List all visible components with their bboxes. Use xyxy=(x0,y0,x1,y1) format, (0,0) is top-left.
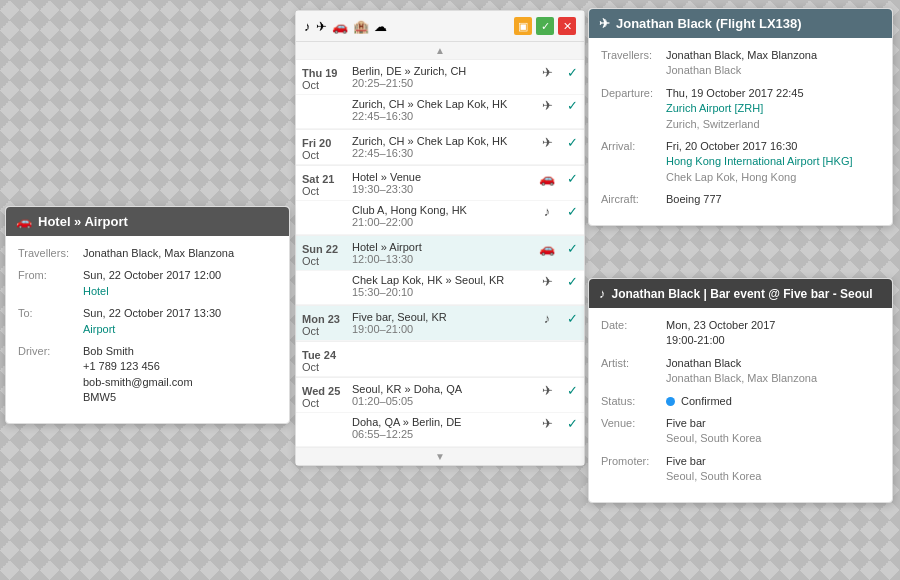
hotel-to-place: Airport xyxy=(83,323,115,335)
flight-departure-date: Thu, 19 October 2017 22:45 xyxy=(666,87,804,99)
sat21-entry2-row: Club A, Hong Kong, HK 21:00–22:00 ♪ ✓ xyxy=(296,201,584,235)
date-sat21: Sat 21 Oct xyxy=(302,171,352,197)
car-icon-sun22: 🚗 xyxy=(536,241,558,256)
flight-aircraft-label: Aircraft: xyxy=(601,192,666,207)
hotel-from-date: Sun, 22 October 2017 12:00 xyxy=(83,269,221,281)
close-button[interactable]: ✕ xyxy=(558,17,576,35)
calendar-day-tue24: Tue 24 Oct xyxy=(296,341,584,377)
flight-travellers-row: Travellers: Jonathan Black, Max Blanzona… xyxy=(601,48,880,79)
sun22-entry1: Hotel » Airport 12:00–13:30 xyxy=(352,241,536,265)
date-sun22: Sun 22 Oct xyxy=(302,241,352,267)
flight-icon-thu19-1: ✈ xyxy=(536,65,558,80)
hotel-to-label: To: xyxy=(18,306,83,337)
calendar-panel: ♪ ✈ 🚗 🏨 ☁ ▣ ✓ ✕ ▲ Thu 19 Oct Berlin, DE … xyxy=(295,10,585,466)
flight-departure-row: Departure: Thu, 19 October 2017 22:45 Zu… xyxy=(601,86,880,132)
flight-travellers-sub: Jonathan Black xyxy=(666,64,741,76)
flight-icon-sun22: ✈ xyxy=(536,274,558,289)
hotel-from-row: From: Sun, 22 October 2017 12:00 Hotel xyxy=(18,268,277,299)
sun22-entry2: Chek Lap Kok, HK » Seoul, KR 15:30–20:10 xyxy=(352,274,536,298)
bar-venue-name: Five bar xyxy=(666,417,706,429)
check-sat21-1: ✓ xyxy=(558,171,578,186)
filter-button[interactable]: ▣ xyxy=(514,17,532,35)
chevron-up-icon: ▲ xyxy=(435,45,445,56)
hotel-to-date: Sun, 22 October 2017 13:30 xyxy=(83,307,221,319)
check-sun22-1: ✓ xyxy=(558,241,578,256)
bar-status-label: Status: xyxy=(601,394,666,409)
calendar-day-thu19: Thu 19 Oct Berlin, DE » Zurich, CH 20:25… xyxy=(296,60,584,95)
date-mon23: Mon 23 Oct xyxy=(302,311,352,337)
hotel-driver-label: Driver: xyxy=(18,344,83,406)
bar-promoter-name: Five bar xyxy=(666,455,706,467)
hotel-from-place: Hotel xyxy=(83,285,109,297)
bar-date-time: 19:00-21:00 xyxy=(666,334,725,346)
sun22-entry2-row: Chek Lap Kok, HK » Seoul, KR 15:30–20:10… xyxy=(296,271,584,305)
bar-promoter-row: Promoter: Five bar Seoul, South Korea xyxy=(601,454,880,485)
bar-artist-row: Artist: Jonathan Black Jonathan Black, M… xyxy=(601,356,880,387)
cloud-icon: ☁ xyxy=(374,19,387,34)
hotel-driver-row: Driver: Bob Smith +1 789 123 456 bob-smi… xyxy=(18,344,277,406)
bar-status-row: Status: Confirmed xyxy=(601,394,880,409)
calendar-day-fri20: Fri 20 Oct Zurich, CH » Chek Lap Kok, HK… xyxy=(296,129,584,165)
thu19-entry2: Zurich, CH » Chek Lap Kok, HK 22:45–16:3… xyxy=(352,98,536,122)
flight-header-icon: ✈ xyxy=(599,16,610,31)
calendar-actions: ▣ ✓ ✕ xyxy=(514,17,576,35)
bar-venue-row: Venue: Five bar Seoul, South Korea xyxy=(601,416,880,447)
bar-date-label: Date: xyxy=(601,318,666,349)
bar-date-value: Mon, 23 October 2017 19:00-21:00 xyxy=(666,318,880,349)
hotel-driver-value: Bob Smith +1 789 123 456 bob-smith@gmail… xyxy=(83,344,277,406)
mon23-entry1: Five bar, Seoul, KR 19:00–21:00 xyxy=(352,311,536,335)
sat21-entry2: Club A, Hong Kong, HK 21:00–22:00 xyxy=(352,204,536,228)
hotel-travellers-value: Jonathan Black, Max Blanzona xyxy=(83,246,277,261)
flight-icon-thu19-2: ✈ xyxy=(536,98,558,113)
bar-popup: ♪ Jonathan Black | Bar event @ Five bar … xyxy=(588,278,893,503)
hotel-travellers-row: Travellers: Jonathan Black, Max Blanzona xyxy=(18,246,277,261)
bar-venue-value: Five bar Seoul, South Korea xyxy=(666,416,880,447)
flight-popup-header: ✈ Jonathan Black (Flight LX138) xyxy=(589,9,892,38)
bar-artist-value: Jonathan Black Jonathan Black, Max Blanz… xyxy=(666,356,880,387)
flight-departure-value: Thu, 19 October 2017 22:45 Zurich Airpor… xyxy=(666,86,880,132)
chevron-down-icon: ▼ xyxy=(435,451,445,462)
car-icon-sat21: 🚗 xyxy=(536,171,558,186)
flight-arrival-label: Arrival: xyxy=(601,139,666,185)
date-fri20: Fri 20 Oct xyxy=(302,135,352,161)
flight-travellers-value: Jonathan Black, Max Blanzona Jonathan Bl… xyxy=(666,48,880,79)
hotel-driver-car: BMW5 xyxy=(83,391,116,403)
flight-arrival-airport: Hong Kong International Airport [HKG] xyxy=(666,155,853,167)
flight-icon: ✈ xyxy=(316,19,327,34)
hotel-from-label: From: xyxy=(18,268,83,299)
check-fri20: ✓ xyxy=(558,135,578,150)
calendar-day-sun22[interactable]: Sun 22 Oct Hotel » Airport 12:00–13:30 🚗… xyxy=(296,235,584,271)
date-wed25: Wed 25 Oct xyxy=(302,383,352,409)
music-icon-mon23: ♪ xyxy=(536,311,558,326)
bar-date-row: Date: Mon, 23 October 2017 19:00-21:00 xyxy=(601,318,880,349)
car-icon: 🚗 xyxy=(332,19,348,34)
check-wed25-1: ✓ xyxy=(558,383,578,398)
music-icon-sat21: ♪ xyxy=(536,204,558,219)
bar-status-value: Confirmed xyxy=(666,394,880,409)
calendar-day-sat21: Sat 21 Oct Hotel » Venue 19:30–23:30 🚗 ✓ xyxy=(296,165,584,201)
hotel-icon: 🏨 xyxy=(353,19,369,34)
bar-status-text: Confirmed xyxy=(681,395,732,407)
bar-venue-label: Venue: xyxy=(601,416,666,447)
status-dot xyxy=(666,397,675,406)
bar-date-text: Mon, 23 October 2017 xyxy=(666,319,775,331)
scroll-down-arrow[interactable]: ▼ xyxy=(296,447,584,465)
calendar-day-mon23[interactable]: Mon 23 Oct Five bar, Seoul, KR 19:00–21:… xyxy=(296,305,584,341)
hotel-popup-body: Travellers: Jonathan Black, Max Blanzona… xyxy=(6,236,289,423)
thu19-entry1: Berlin, DE » Zurich, CH 20:25–21:50 xyxy=(352,65,536,89)
hotel-to-row: To: Sun, 22 October 2017 13:30 Airport xyxy=(18,306,277,337)
flight-arrival-date: Fri, 20 October 2017 16:30 xyxy=(666,140,797,152)
calendar-day-wed25: Wed 25 Oct Seoul, KR » Doha, QA 01:20–05… xyxy=(296,377,584,413)
flight-aircraft-row: Aircraft: Boeing 777 xyxy=(601,192,880,207)
wed25-entry1: Seoul, KR » Doha, QA 01:20–05:05 xyxy=(352,383,536,407)
confirm-button[interactable]: ✓ xyxy=(536,17,554,35)
hotel-to-value: Sun, 22 October 2017 13:30 Airport xyxy=(83,306,277,337)
flight-arrival-city: Chek Lap Kok, Hong Kong xyxy=(666,171,796,183)
scroll-up-arrow[interactable]: ▲ xyxy=(296,42,584,60)
fri20-entry1: Zurich, CH » Chek Lap Kok, HK 22:45–16:3… xyxy=(352,135,536,159)
calendar-header: ♪ ✈ 🚗 🏨 ☁ ▣ ✓ ✕ xyxy=(296,11,584,42)
flight-icon-wed25-2: ✈ xyxy=(536,416,558,431)
flight-icon-fri20: ✈ xyxy=(536,135,558,150)
wed25-entry2-row: Doha, QA » Berlin, DE 06:55–12:25 ✈ ✓ xyxy=(296,413,584,447)
bar-promoter-label: Promoter: xyxy=(601,454,666,485)
